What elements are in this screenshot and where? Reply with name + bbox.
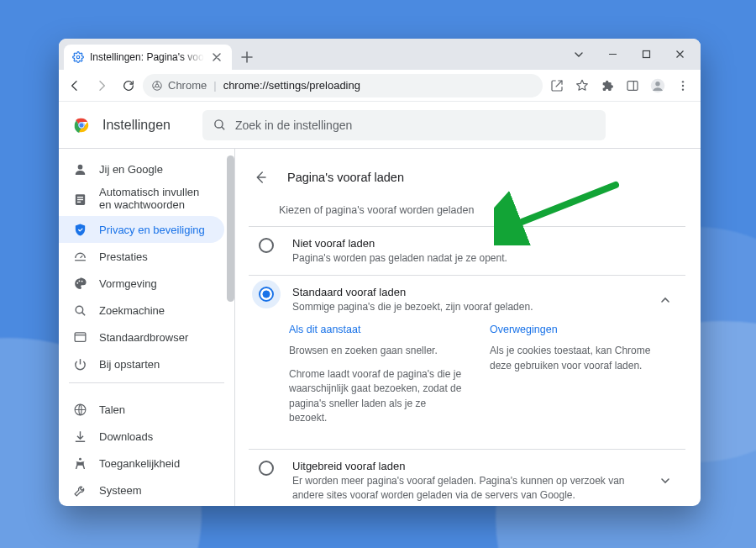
svg-point-24 [78,280,80,282]
address-sep: | [213,79,216,92]
person-icon [72,162,87,177]
sidebar-item-label: Jij en Google [99,163,163,176]
sidebar-item-search-engine[interactable]: Zoekmachine [59,297,224,324]
sidebar-item-label: Privacy en beveiliging [99,224,205,236]
tab-title: Instellingen: Pagina's vooraf laden [90,51,204,63]
sidebar-item-label: Zoekmachine [99,304,165,317]
sidebar-item-label: Vormgeving [99,277,157,290]
svg-line-27 [81,312,85,315]
sidebar-item-label: Downloads [99,430,153,443]
svg-rect-1 [643,51,649,58]
svg-point-13 [79,122,84,127]
more-menu-icon[interactable] [670,73,696,98]
sidebar-item-privacy[interactable]: Privacy en beveiliging [59,216,224,243]
detail-heading: Overwegingen [490,324,665,335]
svg-point-8 [682,81,684,82]
back-arrow-button[interactable] [249,166,272,189]
chrome-logo-icon [72,116,91,134]
tab-strip: Instellingen: Pagina's vooraf laden [59,39,701,70]
power-icon [72,357,87,371]
svg-rect-28 [75,332,86,341]
forward-button[interactable] [89,73,114,98]
radio-unchecked[interactable] [259,238,274,253]
detail-text: Browsen en zoeken gaan sneller. [289,344,465,358]
search-icon [213,118,227,132]
option-subtitle: Er worden meer pagina's vooraf geladen. … [292,474,633,501]
page-title: Instellingen [102,118,171,133]
option-no-preload[interactable]: Niet vooraf laden Pagina's worden pas ge… [249,227,685,275]
share-icon[interactable] [544,73,570,98]
browser-icon [72,330,87,345]
section-intro: Kiezen of pagina's vooraf worden geladen [249,199,685,226]
back-button[interactable] [62,73,87,98]
sidebar-item-autofill[interactable]: Automatisch invullen en wachtwoorden [59,182,224,216]
svg-point-31 [79,457,81,460]
sidebar-item-startup[interactable]: Bij opstarten [59,350,224,377]
side-panel-icon[interactable] [620,73,645,98]
sidebar-item-label: Toegankelijkheid [99,457,180,470]
toolbar: Chrome | chrome://settings/preloading [59,70,701,102]
radio-unchecked[interactable] [259,461,274,476]
svg-point-23 [76,282,78,283]
sidebar-item-appearance[interactable]: Vormgeving [59,270,224,297]
sidebar-item-reset[interactable]: Instellingen resetten [59,503,224,506]
svg-point-9 [682,84,684,86]
sidebar-scrollbar[interactable] [227,155,234,302]
window-maximize-button[interactable] [630,39,662,70]
window-controls [563,39,696,70]
reload-button[interactable] [116,73,141,98]
sidebar-item-system[interactable]: Systeem [59,477,224,503]
sidebar-item-accessibility[interactable]: Toegankelijkheid [59,450,224,477]
svg-rect-19 [76,198,82,199]
detail-text: Als je cookies toestaat, kan Chrome deze… [490,344,665,373]
sidebar-item-default-browser[interactable]: Standaardbrowser [59,324,224,350]
svg-line-21 [80,256,82,258]
window-minimize-button[interactable] [596,39,628,70]
sidebar: Jij en Google Automatisch invullen en wa… [59,149,235,506]
radio-checked[interactable] [259,287,274,302]
palette-icon [72,277,87,291]
sidebar-item-label: Bij opstarten [99,358,160,371]
address-bar[interactable]: Chrome | chrome://settings/preloading [143,74,543,97]
address-url: chrome://settings/preloading [223,79,360,92]
extensions-icon[interactable] [595,73,620,98]
form-icon [72,192,87,207]
sidebar-item-label: Automatisch invullen en wachtwoorden [99,187,214,212]
bookmark-icon[interactable] [570,73,595,98]
detail-text: Chrome laadt vooraf de pagina's die je w… [289,367,465,426]
gear-icon [72,51,84,63]
chevron-up-icon[interactable] [650,295,680,305]
chevron-down-icon[interactable] [650,476,680,486]
download-icon [72,429,87,444]
svg-rect-20 [76,201,80,202]
sidebar-item-languages[interactable]: Talen [59,396,224,423]
main-content: Pagina's vooraf laden Kiezen of pagina's… [235,149,701,506]
sidebar-item-you-and-google[interactable]: Jij en Google [59,155,224,182]
shield-icon [72,223,87,237]
close-icon[interactable] [210,50,223,64]
site-chip-label: Chrome [168,79,207,92]
settings-search-placeholder: Zoek in de instellingen [235,119,352,132]
svg-point-16 [77,164,82,169]
settings-search-input[interactable]: Zoek in de instellingen [202,110,606,140]
option-standard-preload[interactable]: Standaard vooraf laden Sommige pagina's … [249,275,685,324]
window-close-button[interactable] [664,39,696,70]
sidebar-item-label: Prestaties [99,250,148,263]
svg-point-14 [215,120,223,128]
svg-rect-4 [627,81,638,90]
chrome-chip-icon [151,80,163,92]
sidebar-item-downloads[interactable]: Downloads [59,423,224,450]
sidebar-item-performance[interactable]: Prestaties [59,243,224,270]
option-extended-preload[interactable]: Uitgebreid vooraf laden Er worden meer p… [249,450,685,506]
globe-icon [72,403,87,417]
standard-preload-details: Als dit aanstaat Browsen en zoeken gaan … [249,324,685,450]
svg-point-25 [81,280,82,282]
new-tab-button[interactable] [235,45,259,69]
browser-window: Instellingen: Pagina's vooraf laden [59,39,701,506]
accessibility-icon [72,456,87,471]
profile-avatar[interactable] [645,73,670,98]
sidebar-item-label: Talen [99,403,125,416]
tab-search-icon[interactable] [563,39,595,70]
browser-tab[interactable]: Instellingen: Pagina's vooraf laden [64,45,232,70]
svg-point-3 [155,84,159,87]
